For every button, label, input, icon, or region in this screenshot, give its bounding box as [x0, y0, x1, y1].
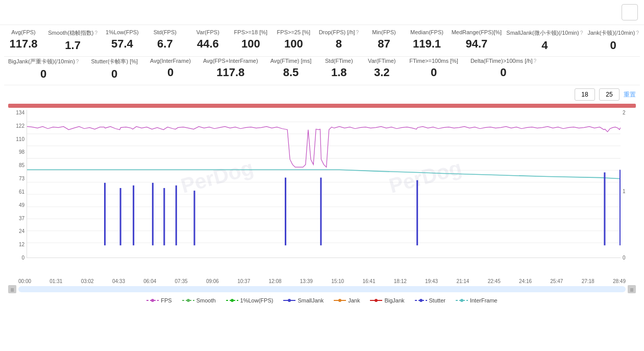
svg-point-28	[187, 299, 190, 302]
stat-value-r2-0: 0	[40, 67, 46, 81]
stat-value-2: 57.4	[111, 37, 133, 51]
y-left-label-3: 98	[19, 149, 24, 155]
stat-value-r2-8: 0	[500, 66, 506, 79]
y-left-label-8: 37	[19, 216, 24, 221]
stat-item-12: Jank(卡顿)(/10min) ? 0	[590, 29, 636, 52]
legend-label-1: Smooth	[196, 297, 216, 303]
stat-item-r2-1: Stutter(卡帧率) [%] 0	[91, 58, 138, 81]
stat-value-12: 0	[610, 39, 616, 52]
header	[0, 0, 644, 25]
stat-item-r2-2: Avg(InterFrame) 0	[150, 58, 191, 79]
y-left-label-4: 85	[19, 162, 24, 168]
stat-value-3: 6.7	[157, 37, 173, 51]
stat-label-4: Var(FPS)	[196, 29, 219, 35]
legend-label-2: 1%Low(FPS)	[240, 297, 274, 303]
legend-label-4: Jank	[348, 297, 360, 303]
stat-label-9: Median(FPS)	[410, 29, 443, 35]
stat-label-6: FPS>=25 [%]	[277, 29, 310, 35]
x-label-6: 09:06	[206, 278, 219, 284]
x-label-12: 18:12	[394, 278, 407, 284]
legend-item-6: Stutter	[415, 297, 445, 303]
stat-item-r2-5: Std(FTime) 1.8	[324, 58, 354, 79]
stat-label-2: 1%Low(FPS)	[106, 29, 139, 35]
stat-value-11: 4	[541, 39, 548, 52]
chart-header: 重置	[0, 85, 644, 104]
stat-label-7: Drop(FPS) [/h] ?	[319, 29, 359, 35]
x-label-17: 25:47	[550, 278, 563, 284]
stat-value-0: 117.8	[9, 37, 37, 51]
stat-value-8: 87	[378, 37, 390, 51]
y-left-label-0: 134	[16, 110, 24, 115]
expand-button[interactable]	[622, 4, 638, 20]
stat-value-r2-3: 117.8	[216, 66, 244, 79]
stats-row-2: BigJank(严重卡顿)(/10min) ? 0 Stutter(卡帧率) […	[0, 57, 644, 85]
stat-label-10: MedRange(FPS)[%]	[452, 29, 502, 35]
svg-text:PerDog: PerDog	[387, 156, 464, 198]
stat-value-7: 8	[336, 37, 342, 51]
chart-inner: PerDog PerDog	[27, 110, 621, 258]
svg-rect-20	[285, 178, 286, 246]
y-right-label-0: 2	[623, 110, 626, 115]
x-label-13: 19:43	[425, 278, 438, 284]
stat-value-r2-7: 0	[431, 66, 437, 79]
legend-line-2	[226, 298, 238, 302]
y-left-label-6: 61	[19, 189, 24, 195]
stat-value-r2-5: 1.8	[331, 66, 347, 79]
stat-label-r2-4: Avg(FTime) [ms]	[270, 58, 312, 64]
legend-line-3	[283, 298, 295, 302]
help-icon-${i}[interactable]: ?	[580, 30, 583, 36]
help-icon-${i}[interactable]: ?	[636, 30, 639, 36]
svg-point-30	[231, 299, 234, 302]
legend-item-7: InterFrame	[456, 297, 498, 303]
help-icon-r2-${i}[interactable]: ?	[76, 59, 79, 64]
chart-area: 13412211098857361493724120	[0, 104, 644, 277]
svg-point-38	[419, 299, 423, 302]
chart-label-bar	[8, 104, 636, 108]
stat-value-10: 94.7	[465, 37, 487, 51]
help-icon-r2-${i}[interactable]: ?	[533, 58, 536, 64]
fps-input-18[interactable]	[575, 88, 595, 101]
stat-item-9: Median(FPS) 119.1	[411, 29, 442, 51]
y-left-label-11: 0	[21, 255, 24, 261]
help-icon-${i}[interactable]: ?	[95, 30, 98, 36]
legend-label-7: InterFrame	[470, 297, 498, 303]
stat-label-3: Std(FPS)	[154, 29, 177, 35]
stat-value-9: 119.1	[413, 37, 441, 51]
reset-button[interactable]: 重置	[624, 90, 636, 99]
y-left-label-1: 122	[16, 123, 24, 129]
help-icon-${i}[interactable]: ?	[356, 30, 359, 35]
stat-item-1: Smooth(稳帧指数) ? 1.7	[51, 29, 94, 52]
stat-item-11: SmallJank(微小卡顿)(/10min) ? 4	[511, 29, 578, 52]
stat-label-r2-8: Delta(FTime)>100ms [/h] ?	[470, 58, 536, 64]
x-label-3: 04:33	[112, 278, 125, 284]
y-left-label-10: 12	[19, 242, 24, 247]
legend-item-0: FPS	[146, 297, 171, 303]
x-label-9: 13:39	[300, 278, 313, 284]
fps-input-25[interactable]	[599, 88, 620, 101]
stats-row-1: Avg(FPS) 117.8 Smooth(稳帧指数) ? 1.7 1%Low(…	[0, 25, 644, 56]
svg-rect-14	[120, 188, 121, 245]
svg-rect-19	[193, 191, 195, 245]
svg-rect-15	[133, 185, 134, 245]
y-axis-left: 13412211098857361493724120	[8, 110, 27, 261]
y-left-label-2: 110	[16, 136, 24, 142]
y-left-label-5: 73	[19, 176, 24, 181]
y-left-label-9: 24	[19, 228, 24, 234]
fps-controls: 重置	[571, 88, 636, 101]
stat-item-r2-0: BigJank(严重卡顿)(/10min) ? 0	[8, 58, 79, 81]
stat-item-7: Drop(FPS) [/h] ? 8	[321, 29, 356, 51]
svg-point-32	[288, 299, 291, 302]
svg-text:PerDog: PerDog	[178, 156, 256, 198]
svg-point-36	[375, 299, 378, 302]
scroll-left-handle[interactable]: |||	[8, 285, 16, 293]
svg-point-34	[338, 299, 341, 302]
x-label-7: 10:37	[237, 278, 250, 284]
x-label-0: 00:00	[18, 278, 31, 284]
stat-label-r2-3: Avg(FPS+InterFrame)	[203, 58, 258, 64]
y-left-label-7: 49	[19, 202, 24, 208]
scroll-track[interactable]	[18, 286, 626, 292]
y-right-label-6: 1	[623, 189, 626, 194]
stat-label-r2-0: BigJank(严重卡顿)(/10min) ?	[8, 58, 79, 65]
scroll-right-handle[interactable]: |||	[628, 285, 636, 293]
legend-line-7	[456, 298, 468, 302]
